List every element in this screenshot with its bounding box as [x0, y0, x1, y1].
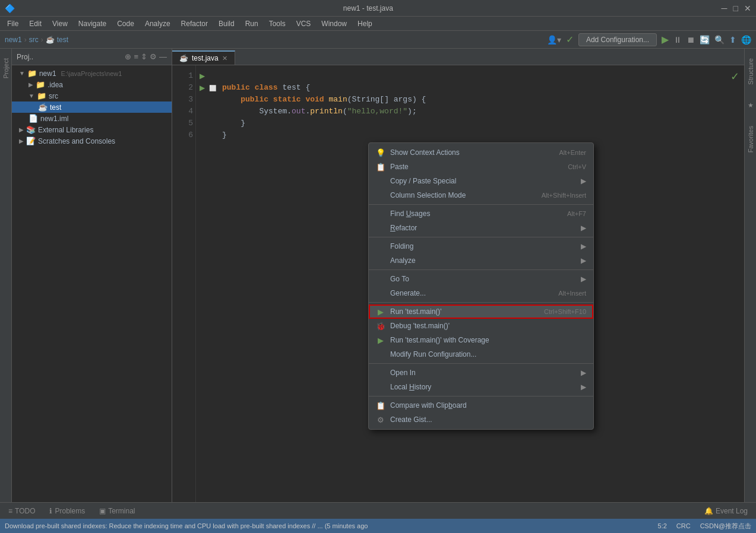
menu-code[interactable]: Code: [112, 18, 139, 29]
run-arrow-2[interactable]: ▶: [196, 82, 208, 94]
tree-item-new1[interactable]: ▼ 📁 new1 E:\javaProjects\new1: [12, 68, 172, 79]
window-controls: ─ □ ✕: [722, 4, 751, 13]
tab-close-button[interactable]: ✕: [222, 55, 227, 62]
ctx-modify-run[interactable]: Modify Run Configuration...: [369, 347, 593, 361]
ctx-run-coverage[interactable]: ▶ Run 'test.main()' with Coverage: [369, 333, 593, 347]
favorites-vertical-icon[interactable]: ★: [746, 99, 755, 112]
ctx-generate[interactable]: Generate... Alt+Insert: [369, 286, 593, 300]
debug-gutter: ⬜: [208, 65, 217, 502]
globe-icon[interactable]: 🌐: [741, 35, 751, 45]
ctx-goto[interactable]: Go To ▶: [369, 272, 593, 286]
breadcrumb-file[interactable]: test: [57, 36, 68, 44]
copy-paste-icon: [376, 176, 385, 186]
tree-item-ext-libs[interactable]: ▶ 📚 External Libraries: [12, 124, 172, 135]
run-arrow-1[interactable]: ▶: [196, 70, 208, 82]
ctx-column-selection[interactable]: Column Selection Mode Alt+Shift+Insert: [369, 188, 593, 202]
status-right: 5:2 CRC CSDN@推荐点击: [658, 522, 751, 531]
bottom-tab-terminal[interactable]: ▣ Terminal: [96, 506, 138, 516]
maximize-button[interactable]: □: [733, 4, 738, 13]
locate-icon[interactable]: ⊕: [125, 52, 131, 61]
close-sidebar-icon[interactable]: —: [159, 52, 167, 61]
stop-button[interactable]: ⏹: [687, 35, 695, 45]
terminal-label: Terminal: [108, 507, 135, 515]
compare-icon: 📋: [376, 401, 385, 410]
ctx-run[interactable]: ▶ Run 'test.main()' Ctrl+Shift+F10: [369, 304, 593, 319]
breadcrumb-project[interactable]: new1: [5, 36, 22, 44]
analyze-icon: [376, 256, 385, 265]
java-icon-test: ☕: [38, 103, 48, 112]
folder-icon-idea: 📁: [36, 80, 45, 89]
build-button[interactable]: 🔄: [700, 35, 710, 45]
run-button[interactable]: ▶: [662, 34, 669, 45]
ctx-show-context-actions[interactable]: 💡 Show Context Actions Alt+Enter: [369, 145, 593, 160]
cursor-position[interactable]: 5:2: [658, 522, 667, 529]
tree-item-scratches[interactable]: ▶ 📝 Scratches and Consoles: [12, 135, 172, 147]
search-icon[interactable]: 🔍: [714, 35, 725, 45]
ctx-label-find-usages: Find Usages: [390, 210, 562, 218]
update-icon[interactable]: ⬆: [729, 35, 736, 45]
menu-build[interactable]: Build: [214, 18, 239, 29]
close-button[interactable]: ✕: [744, 4, 751, 13]
menu-navigate[interactable]: Navigate: [74, 18, 111, 29]
bottom-tab-todo[interactable]: ≡ TODO: [5, 506, 39, 516]
bottom-tab-problems[interactable]: ℹ Problems: [46, 506, 88, 516]
ctx-local-history[interactable]: Local History ▶: [369, 380, 593, 394]
tree-label-iml: new1.iml: [40, 115, 68, 123]
ctx-label-run-coverage: Run 'test.main()' with Coverage: [390, 336, 586, 344]
ctx-create-gist[interactable]: ⚙ Create Gist...: [369, 413, 593, 427]
settings-icon[interactable]: ⚙: [150, 52, 157, 61]
breadcrumb-sep2: ›: [41, 36, 43, 44]
ctx-shortcut-generate: Alt+Insert: [558, 290, 586, 297]
pause-button[interactable]: ⏸: [673, 35, 682, 45]
tree-label-scratches: Scratches and Consoles: [38, 137, 115, 145]
tree-item-src[interactable]: ▼ 📁 src: [12, 90, 172, 101]
ctx-paste[interactable]: 📋 Paste Ctrl+V: [369, 160, 593, 174]
encoding-label[interactable]: CRC: [676, 522, 691, 529]
event-log-button[interactable]: 🔔 Event Log: [701, 506, 751, 516]
expand-all-icon[interactable]: ≡: [134, 52, 138, 61]
menu-help[interactable]: Help: [353, 18, 377, 29]
ctx-compare-clipboard[interactable]: 📋 Compare with Clipboard: [369, 398, 593, 413]
ctx-folding[interactable]: Folding ▶: [369, 239, 593, 253]
add-configuration-button[interactable]: Add Configuration...: [578, 33, 657, 46]
breadcrumb-src[interactable]: src: [29, 36, 39, 44]
ctx-open-in[interactable]: Open In ▶: [369, 366, 593, 380]
menu-file[interactable]: File: [2, 18, 23, 29]
tab-test-java[interactable]: ☕ test.java ✕: [172, 50, 235, 65]
ctx-label-generate: Generate...: [390, 289, 553, 297]
status-bar: Download pre-built shared indexes: Reduc…: [0, 519, 756, 533]
ctx-find-usages[interactable]: Find Usages Alt+F7: [369, 207, 593, 221]
menu-refactor[interactable]: Refactor: [176, 18, 213, 29]
ctx-debug[interactable]: 🐞 Debug 'test.main()': [369, 319, 593, 333]
avatar-icon[interactable]: 👤▾: [547, 35, 561, 45]
menu-vcs[interactable]: VCS: [292, 18, 316, 29]
structure-vertical-label[interactable]: Structure: [746, 53, 755, 90]
tree-item-iml[interactable]: 📄 new1.iml: [12, 113, 172, 124]
ctx-label-refactor: Refactor: [390, 224, 576, 232]
ctx-shortcut-run: Ctrl+Shift+F10: [544, 308, 586, 315]
menu-run[interactable]: Run: [241, 18, 263, 29]
minimize-button[interactable]: ─: [722, 4, 727, 13]
favorites-vertical-label[interactable]: Favorites: [746, 121, 755, 157]
tree-item-idea[interactable]: ▶ 📁 .idea: [12, 79, 172, 90]
collapse-all-icon[interactable]: ⇕: [141, 52, 147, 61]
menu-edit[interactable]: Edit: [24, 18, 46, 29]
ctx-copy-paste-special[interactable]: Copy / Paste Special ▶: [369, 174, 593, 188]
menu-window[interactable]: Window: [317, 18, 352, 29]
iml-icon: 📄: [29, 114, 38, 123]
goto-icon: [376, 274, 385, 284]
ctx-refactor[interactable]: Refactor ▶: [369, 221, 593, 235]
arrow-new1: ▼: [19, 70, 25, 77]
ctx-label-modify-run: Modify Run Configuration...: [390, 350, 586, 358]
project-vertical-label[interactable]: Project: [1, 53, 11, 83]
breadcrumb-sep1: ›: [24, 36, 27, 44]
ctx-label-column: Column Selection Mode: [390, 191, 537, 199]
menu-view[interactable]: View: [48, 18, 72, 29]
ctx-analyze[interactable]: Analyze ▶: [369, 253, 593, 268]
tree-item-test[interactable]: ☕ test: [12, 101, 172, 113]
vcs-icon[interactable]: ✓: [566, 34, 574, 45]
breadcrumb-icon: ☕: [46, 36, 55, 44]
menu-tools[interactable]: Tools: [264, 18, 290, 29]
menu-analyze[interactable]: Analyze: [140, 18, 175, 29]
title-bar: 🔷 new1 - test.java ─ □ ✕: [0, 0, 756, 17]
